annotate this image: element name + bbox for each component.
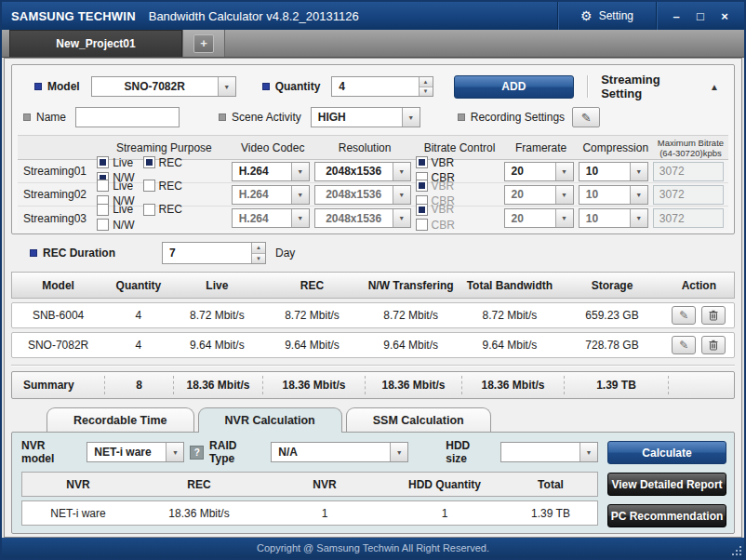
hdd-size-dropdown[interactable]: ▼ (500, 442, 598, 462)
divider (587, 75, 588, 98)
pc-recommendation-button[interactable]: PC Recommendation (607, 504, 726, 527)
framerate-dropdown[interactable]: 20▼ (504, 208, 574, 228)
view-detailed-report-button[interactable]: View Detailed Report (607, 473, 726, 496)
results-header: Model Quantity Live REC N/W Transfering … (11, 272, 735, 299)
streaming-setting-label: Streaming Setting (601, 73, 700, 100)
resize-grip-icon[interactable] (731, 545, 742, 556)
tab-ssm-calculation[interactable]: SSM Calculation (346, 407, 491, 432)
col-rec: REC (134, 478, 264, 491)
cell-storage: 728.78 GB (560, 339, 663, 352)
chevron-down-icon: ▼ (291, 186, 309, 204)
name-field[interactable] (75, 107, 180, 127)
col-nvr: NVR (22, 478, 134, 491)
vbr-checkbox[interactable] (416, 204, 428, 216)
help-button[interactable]: ? (190, 446, 204, 460)
bullet-icon (30, 249, 37, 257)
rec-checkbox[interactable] (143, 204, 155, 216)
bullet-icon (219, 113, 226, 121)
cbr-checkbox[interactable] (416, 219, 428, 231)
streaming-row-label: Streaming01 (18, 165, 97, 178)
rec-duration-unit: Day (275, 247, 295, 260)
framerate-dropdown[interactable]: 20▼ (504, 185, 574, 205)
chevron-down-icon: ▼ (218, 77, 235, 96)
stepper-buttons: ▲ ▼ (419, 77, 433, 96)
col-framerate: Framerate (504, 141, 579, 154)
setting-button[interactable]: ⚙ Setting (558, 2, 656, 30)
spinner-down-icon[interactable]: ▼ (252, 254, 265, 264)
add-project-button[interactable]: + (193, 34, 214, 53)
nvr-model-label: NVR model (21, 439, 79, 465)
calculation-tabs: Recordable Time NVR Calculation SSM Calc… (47, 407, 735, 432)
resolution-dropdown[interactable]: 2048x1536▼ (314, 208, 411, 228)
chevron-down-icon: ▼ (555, 209, 573, 227)
rec-checkbox[interactable] (143, 180, 155, 192)
codec-dropdown[interactable]: H.264▼ (232, 208, 310, 228)
streaming-setting-toggle[interactable]: Streaming Setting ▲ (574, 73, 728, 100)
collapse-arrow-icon: ▲ (710, 82, 719, 92)
nvr-model-value: NET-i ware (87, 443, 166, 461)
rec-duration-stepper[interactable]: 7 ▲ ▼ (162, 242, 266, 264)
edit-button[interactable]: ✎ (672, 336, 696, 354)
compression-value: 10 (579, 186, 630, 204)
vbr-label: VBR (432, 203, 455, 216)
close-button[interactable]: × (714, 7, 735, 25)
maximize-button[interactable]: □ (690, 7, 711, 25)
cell-total: 1.39 TB (504, 507, 597, 520)
nvr-panel-left: NVR model NET-i ware ▼ ? RAID Type N/A ▼… (21, 440, 598, 527)
trash-icon (709, 340, 718, 351)
col-quantity: Quantity (104, 279, 172, 292)
vbr-checkbox[interactable] (416, 180, 428, 192)
spinner-up-icon[interactable]: ▲ (420, 77, 433, 87)
vbr-label: VBR (432, 156, 455, 169)
recording-settings-button[interactable]: ✎ (572, 107, 600, 127)
max-bitrate-field: 3072 (653, 162, 724, 181)
chevron-down-icon: ▼ (390, 443, 407, 461)
vbr-checkbox[interactable] (416, 156, 428, 168)
table-row: NET-i ware 18.36 Mbit/s 1 1 1.39 TB (21, 500, 598, 526)
cell-rec: 9.64 Mbit/s (261, 339, 363, 352)
stepper-buttons: ▲ ▼ (251, 243, 265, 263)
col-nw-transfering: N/W Transfering (363, 279, 459, 292)
framerate-dropdown[interactable]: 20▼ (504, 162, 574, 181)
model-dropdown[interactable]: SNO-7082R ▼ (91, 76, 236, 97)
nvr-calculation-panel: NVR model NET-i ware ▼ ? RAID Type N/A ▼… (11, 432, 735, 534)
compression-dropdown[interactable]: 10▼ (579, 162, 648, 181)
rec-duration-row: REC Duration 7 ▲ ▼ Day (11, 234, 735, 272)
add-button[interactable]: ADD (454, 75, 575, 99)
name-label: Name (36, 111, 66, 124)
cell-model: SNB-6004 (12, 309, 104, 322)
codec-dropdown[interactable]: H.264▼ (232, 162, 310, 181)
calculate-button[interactable]: Calculate (607, 441, 726, 464)
raid-type-dropdown[interactable]: N/A ▼ (271, 442, 408, 462)
quantity-stepper[interactable]: 4 ▲ ▼ (331, 76, 433, 97)
compression-dropdown[interactable]: 10▼ (579, 185, 648, 205)
cell-rec: 18.36 Mbit/s (134, 507, 264, 520)
delete-button[interactable] (701, 336, 726, 354)
nw-checkbox[interactable] (97, 219, 109, 231)
chevron-down-icon: ▼ (555, 163, 573, 180)
framerate-value: 20 (505, 186, 555, 204)
rec-checkbox[interactable] (143, 156, 155, 168)
tab-recordable-time[interactable]: Recordable Time (47, 407, 194, 432)
spinner-down-icon[interactable]: ▼ (420, 87, 433, 97)
codec-dropdown[interactable]: H.264▼ (232, 185, 310, 205)
tab-nvr-calculation[interactable]: NVR Calculation (198, 407, 342, 433)
summary-quantity: 8 (105, 376, 174, 394)
chevron-down-icon: ▼ (555, 186, 573, 204)
resolution-dropdown[interactable]: 2048x1536▼ (314, 162, 411, 181)
app-title: Bandwidth Calculator v4.8.2_20131126 (149, 9, 359, 23)
live-checkbox[interactable] (97, 156, 109, 168)
project-tab[interactable]: New_Project01 (9, 30, 182, 57)
compression-dropdown[interactable]: 10▼ (579, 208, 648, 228)
scene-activity-dropdown[interactable]: HIGH ▼ (311, 107, 420, 127)
edit-button[interactable]: ✎ (672, 306, 696, 325)
delete-button[interactable] (701, 306, 726, 325)
spinner-up-icon[interactable]: ▲ (252, 243, 265, 254)
live-checkbox[interactable] (97, 204, 109, 216)
nvr-model-dropdown[interactable]: NET-i ware ▼ (87, 442, 184, 462)
pencil-icon: ✎ (679, 339, 688, 352)
live-checkbox[interactable] (97, 180, 109, 192)
resolution-dropdown[interactable]: 2048x1536▼ (314, 185, 411, 205)
minimize-button[interactable]: – (666, 7, 686, 25)
live-label: Live (113, 180, 133, 193)
